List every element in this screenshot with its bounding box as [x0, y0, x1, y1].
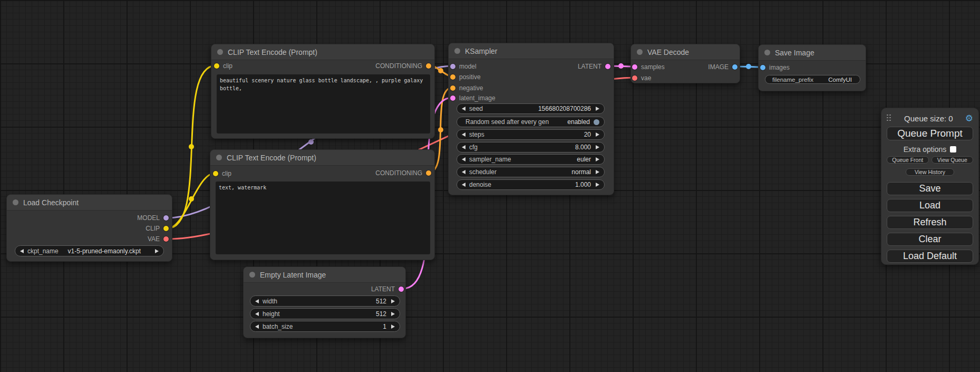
decrement-arrow-icon[interactable] — [462, 170, 465, 174]
input-slot-vae[interactable]: vae — [632, 74, 651, 82]
node-vae-decode[interactable]: VAE Decode samples vae IMAGE — [630, 44, 740, 83]
conditioning-port-icon[interactable] — [426, 63, 431, 69]
node-title-bar[interactable]: CLIP Text Encode (Prompt) — [210, 150, 434, 166]
node-title-bar[interactable]: Save Image — [759, 45, 866, 61]
decrement-arrow-icon[interactable] — [255, 325, 259, 329]
widget-cfg[interactable]: cfg 8.000 — [457, 142, 605, 152]
vae-port-icon[interactable] — [632, 75, 637, 81]
clip-port-icon[interactable] — [163, 226, 169, 231]
increment-arrow-icon[interactable] — [596, 145, 599, 149]
output-slot-conditioning[interactable]: CONDITIONING — [375, 62, 431, 70]
decrement-arrow-icon[interactable] — [462, 107, 465, 111]
input-slot-clip[interactable]: clip — [214, 62, 232, 70]
conditioning-port-icon[interactable] — [450, 85, 455, 91]
node-collapse-dot-icon[interactable] — [637, 49, 643, 55]
save-button[interactable]: Save — [887, 182, 973, 195]
widget-height[interactable]: height 512 — [250, 308, 400, 319]
drag-handle-icon[interactable] — [887, 115, 892, 122]
node-collapse-dot-icon[interactable] — [764, 50, 770, 55]
input-slot-positive[interactable]: positive — [450, 73, 481, 81]
increment-arrow-icon[interactable] — [596, 170, 599, 174]
image-port-icon[interactable] — [732, 64, 738, 70]
node-title-bar[interactable]: Empty Latent Image — [244, 267, 405, 283]
increment-arrow-icon[interactable] — [391, 312, 395, 316]
refresh-button[interactable]: Refresh — [887, 216, 973, 229]
latent-port-icon[interactable] — [450, 96, 455, 101]
node-title-bar[interactable]: CLIP Text Encode (Prompt) — [211, 44, 434, 60]
clip-port-icon[interactable] — [214, 63, 219, 69]
node-title-bar[interactable]: VAE Decode — [631, 44, 740, 60]
view-history-button[interactable]: View History — [906, 168, 954, 176]
conditioning-port-icon[interactable] — [450, 74, 455, 80]
node-collapse-dot-icon[interactable] — [249, 272, 255, 278]
input-slot-samples[interactable]: samples — [632, 63, 665, 71]
input-slot-latent-image[interactable]: latent_image — [450, 94, 496, 102]
conditioning-port-icon[interactable] — [426, 170, 431, 176]
output-slot-model[interactable]: MODEL — [137, 214, 169, 222]
decrement-arrow-icon[interactable] — [462, 145, 465, 149]
queue-front-button[interactable]: Queue Front — [887, 156, 929, 164]
node-save-image[interactable]: Save Image images filename_prefix ComfyU… — [758, 44, 866, 91]
increment-arrow-icon[interactable] — [596, 132, 599, 137]
positive-prompt-textarea[interactable]: beautiful scenery nature glass bottle la… — [217, 74, 430, 133]
node-collapse-dot-icon[interactable] — [216, 155, 222, 160]
output-slot-clip[interactable]: CLIP — [145, 225, 169, 232]
vae-port-icon[interactable] — [163, 236, 169, 242]
node-load-checkpoint[interactable]: Load Checkpoint MODEL CLIP VAE ckpt_name… — [6, 194, 172, 262]
clip-port-icon[interactable] — [213, 171, 218, 176]
latent-port-icon[interactable] — [399, 287, 404, 292]
queue-prompt-button[interactable]: Queue Prompt — [887, 127, 973, 140]
increment-arrow-icon[interactable] — [596, 183, 599, 187]
output-slot-conditioning[interactable]: CONDITIONING — [375, 169, 431, 177]
widget-width[interactable]: width 512 — [250, 295, 400, 307]
widget-denoise[interactable]: denoise 1.000 — [457, 179, 605, 190]
output-slot-latent[interactable]: LATENT — [371, 285, 404, 293]
widget-ckpt-name[interactable]: ckpt_name v1-5-pruned-emaonly.ckpt — [15, 245, 164, 256]
input-slot-model[interactable]: model — [450, 63, 477, 70]
image-port-icon[interactable] — [760, 65, 765, 70]
decrement-arrow-icon[interactable] — [255, 312, 259, 316]
widget-seed[interactable]: seed 156680208700286 — [457, 103, 605, 114]
node-ksampler[interactable]: KSampler model positive negative latent_… — [448, 43, 614, 195]
comfyui-canvas[interactable]: { "colors": { "model": "#B39DDB", "clip"… — [0, 0, 980, 372]
latent-port-icon[interactable] — [632, 64, 637, 70]
input-slot-images[interactable]: images — [760, 64, 790, 71]
node-title-bar[interactable]: Load Checkpoint — [7, 195, 172, 211]
load-button[interactable]: Load — [887, 199, 973, 212]
decrement-arrow-icon[interactable] — [462, 157, 465, 161]
input-slot-clip[interactable]: clip — [213, 170, 231, 177]
toggle-on-icon[interactable] — [594, 119, 599, 125]
latent-port-icon[interactable] — [605, 64, 610, 69]
node-empty-latent-image[interactable]: Empty Latent Image LATENT width 512 heig… — [243, 266, 406, 338]
decrement-arrow-icon[interactable] — [20, 249, 24, 253]
load-default-button[interactable]: Load Default — [887, 250, 973, 263]
increment-arrow-icon[interactable] — [391, 299, 395, 303]
clear-button[interactable]: Clear — [887, 233, 973, 246]
extra-options-checkbox[interactable] — [950, 146, 956, 152]
model-port-icon[interactable] — [450, 64, 455, 69]
decrement-arrow-icon[interactable] — [462, 183, 465, 187]
widget-sampler-name[interactable]: sampler_name euler — [457, 154, 605, 165]
node-title-bar[interactable]: KSampler — [449, 43, 614, 59]
node-clip-text-encode-positive[interactable]: CLIP Text Encode (Prompt) clip CONDITION… — [211, 44, 435, 139]
widget-steps[interactable]: steps 20 — [457, 129, 605, 140]
negative-prompt-textarea[interactable]: text, watermark — [216, 182, 430, 254]
increment-arrow-icon[interactable] — [155, 249, 159, 253]
output-slot-image[interactable]: IMAGE — [708, 63, 738, 71]
node-collapse-dot-icon[interactable] — [217, 49, 223, 55]
node-collapse-dot-icon[interactable] — [13, 199, 18, 205]
input-slot-negative[interactable]: negative — [450, 84, 483, 92]
widget-random-seed-toggle[interactable]: Random seed after every gen enabled — [457, 117, 605, 127]
widget-batch-size[interactable]: batch_size 1 — [250, 321, 400, 332]
widget-scheduler[interactable]: scheduler normal — [457, 167, 605, 177]
output-slot-vae[interactable]: VAE — [148, 235, 169, 243]
increment-arrow-icon[interactable] — [596, 107, 599, 111]
increment-arrow-icon[interactable] — [391, 325, 395, 329]
decrement-arrow-icon[interactable] — [462, 132, 465, 137]
decrement-arrow-icon[interactable] — [255, 299, 259, 303]
node-collapse-dot-icon[interactable] — [454, 48, 460, 54]
increment-arrow-icon[interactable] — [596, 157, 599, 161]
settings-gear-icon[interactable]: ⚙ — [965, 114, 973, 123]
model-port-icon[interactable] — [163, 215, 169, 221]
widget-filename-prefix[interactable]: filename_prefix ComfyUI — [765, 75, 860, 84]
